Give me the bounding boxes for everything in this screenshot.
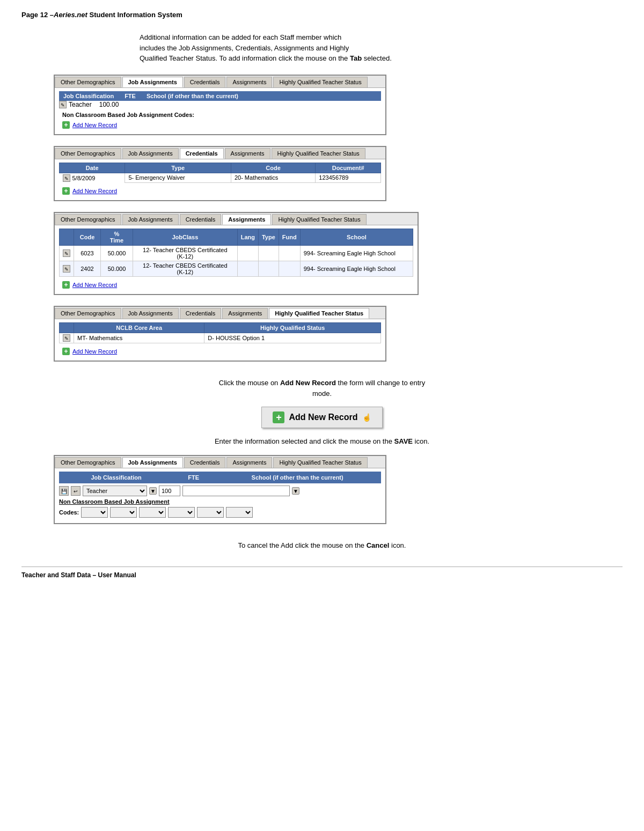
col-hqs: Highly Qualified Status: [204, 323, 381, 333]
tab2-job-assignments[interactable]: Job Assignments: [122, 148, 179, 159]
subtitle: Student Information System: [90, 11, 182, 19]
codes-label: Codes:: [59, 509, 79, 516]
intro-text: Additional information can be added for …: [140, 32, 440, 64]
dropdown-arrow-2[interactable]: ▼: [292, 487, 299, 495]
codes-select-4[interactable]: [168, 507, 195, 518]
tab2-other-demographics[interactable]: Other Demographics: [55, 148, 121, 159]
non-classroom-row: Non Classroom Based Job Assignment: [59, 498, 381, 505]
add-icon-2: +: [62, 187, 70, 195]
footer-text: Teacher and Staff Data – User Manual: [21, 571, 136, 579]
fte-input[interactable]: [159, 486, 180, 496]
a1-code: 6023: [74, 246, 101, 261]
tabf-credentials[interactable]: Credentials: [184, 457, 226, 468]
header-school: School (if other than the current): [147, 93, 238, 99]
panel-hqt: Other Demographics Job Assignments Crede…: [54, 306, 386, 362]
nclb-value: MT- Mathematics: [74, 333, 204, 343]
add-icon-4: +: [62, 348, 70, 355]
add-record-row-4[interactable]: + Add New Record: [59, 345, 381, 357]
tabf-other-demographics[interactable]: Other Demographics: [55, 457, 121, 468]
cred-code: 20- Mathematics: [231, 173, 315, 183]
add-record-row-2[interactable]: + Add New Record: [59, 185, 381, 197]
codes-select-3[interactable]: [139, 507, 166, 518]
cancel-icon[interactable]: ↩: [71, 486, 80, 496]
panel-credentials: Other Demographics Job Assignments Crede…: [54, 146, 386, 202]
panel1-data-row: ✎ Teacher 100.00: [59, 101, 381, 108]
add-record-label-1[interactable]: Add New Record: [72, 122, 117, 128]
tab4-credentials[interactable]: Credentials: [180, 308, 222, 319]
cred-type: 5- Emergency Waiver: [125, 173, 231, 183]
col-code: Code: [74, 229, 101, 246]
plus-big-icon: +: [273, 411, 284, 423]
add-record-row-1[interactable]: + Add New Record: [59, 119, 381, 131]
add-record-label-2[interactable]: Add New Record: [72, 188, 117, 194]
tab3-assignments[interactable]: Assignments: [222, 214, 271, 225]
tab-hqt[interactable]: Highly Qualified Teacher Status: [273, 77, 367, 87]
tab-assignments[interactable]: Assignments: [226, 77, 272, 87]
cursor-icon: ☝: [362, 413, 371, 422]
form-input-row: 💾 ↩ Teacher ▼ ▼: [59, 486, 381, 496]
tabf-assignments[interactable]: Assignments: [226, 457, 272, 468]
tab4-hqt[interactable]: Highly Qualified Teacher Status: [269, 308, 369, 319]
a1-school: 994- Screaming Eagle High School: [300, 246, 413, 261]
tab4-job-assignments[interactable]: Job Assignments: [122, 308, 179, 319]
save-icon[interactable]: 💾: [59, 486, 69, 496]
tab-other-demographics[interactable]: Other Demographics: [55, 77, 121, 87]
a2-code: 2402: [74, 261, 101, 277]
col-fund: Fund: [279, 229, 300, 246]
col-doc: Document#: [316, 163, 381, 173]
a1-jobclass: 12- Teacher CBEDS Certificated(K-12): [133, 246, 238, 261]
codes-select-5[interactable]: [197, 507, 224, 518]
panel1-content: Job Classification FTE School (if other …: [55, 88, 385, 134]
tab3-other-demographics[interactable]: Other Demographics: [55, 214, 121, 225]
tab4-assignments[interactable]: Assignments: [222, 308, 268, 319]
assignment-row-2: ✎ 2402 50.000 12- Teacher CBEDS Certific…: [60, 261, 413, 277]
add-new-record-button[interactable]: + Add New Record ☝: [261, 407, 382, 428]
add-new-record-text: Add New Record: [289, 413, 357, 422]
add-new-record-display: + Add New Record ☝: [21, 407, 623, 428]
assignment-row-1: ✎ 6023 50.000 12- Teacher CBEDS Certific…: [60, 246, 413, 261]
tab-bar-2: Other Demographics Job Assignments Crede…: [55, 147, 385, 159]
add-record-label-4[interactable]: Add New Record: [72, 348, 117, 355]
hqt-row: ✎ MT- Mathematics D- HOUSSE Option 1: [60, 333, 381, 343]
save-instruction: Enter the information selected and click…: [21, 436, 623, 447]
col-jobclass: JobClass: [133, 229, 238, 246]
page-footer: Teacher and Staff Data – User Manual: [21, 567, 623, 579]
page-number: Page 12: [21, 11, 48, 19]
col-edit: [60, 229, 74, 246]
non-classroom-label: Non Classroom Based Job Assignment Codes…: [59, 111, 381, 119]
tab2-assignments[interactable]: Assignments: [225, 148, 270, 159]
add-record-row-3[interactable]: + Add New Record: [59, 279, 413, 291]
tab3-job-assignments[interactable]: Job Assignments: [122, 214, 179, 225]
panel2-content: Date Type Code Document# ✎ 5/8/2009 5- E…: [55, 159, 385, 201]
a1-time: 50.000: [101, 246, 133, 261]
edit-icon-4[interactable]: ✎: [63, 334, 70, 342]
tab3-credentials[interactable]: Credentials: [180, 214, 222, 225]
tabf-hqt[interactable]: Highly Qualified Teacher Status: [273, 457, 367, 468]
codes-select-1[interactable]: [81, 507, 108, 518]
edit-icon-3a[interactable]: ✎: [63, 249, 70, 257]
edit-icon-2[interactable]: ✎: [63, 174, 70, 182]
tab-job-assignments[interactable]: Job Assignments: [122, 77, 183, 87]
edit-icon-1[interactable]: ✎: [59, 101, 67, 108]
tab4-other-demographics[interactable]: Other Demographics: [55, 308, 121, 319]
tab2-hqt[interactable]: Highly Qualified Teacher Status: [272, 148, 365, 159]
add-icon-1: +: [62, 121, 70, 129]
fte-value: 100.00: [99, 101, 119, 108]
col-date: Date: [60, 163, 125, 173]
click-instruction: Click the mouse on Add New Record the fo…: [21, 378, 623, 399]
a2-jobclass: 12- Teacher CBEDS Certificated(K-12): [133, 261, 238, 277]
tab2-credentials[interactable]: Credentials: [180, 148, 224, 159]
dropdown-arrow-1[interactable]: ▼: [149, 487, 157, 495]
tab-bar-4: Other Demographics Job Assignments Crede…: [55, 307, 385, 319]
school-input[interactable]: [182, 486, 290, 496]
edit-icon-3b[interactable]: ✎: [63, 265, 70, 273]
col-time: %Time: [101, 229, 133, 246]
teacher-label: Teacher: [69, 101, 92, 108]
codes-select-2[interactable]: [110, 507, 137, 518]
add-record-label-3[interactable]: Add New Record: [72, 282, 117, 288]
teacher-select[interactable]: Teacher: [83, 486, 147, 496]
tab3-hqt[interactable]: Highly Qualified Teacher Status: [272, 214, 366, 225]
tab-credentials[interactable]: Credentials: [184, 77, 226, 87]
tabf-job-assignments[interactable]: Job Assignments: [122, 457, 183, 468]
codes-select-6[interactable]: [226, 507, 253, 518]
